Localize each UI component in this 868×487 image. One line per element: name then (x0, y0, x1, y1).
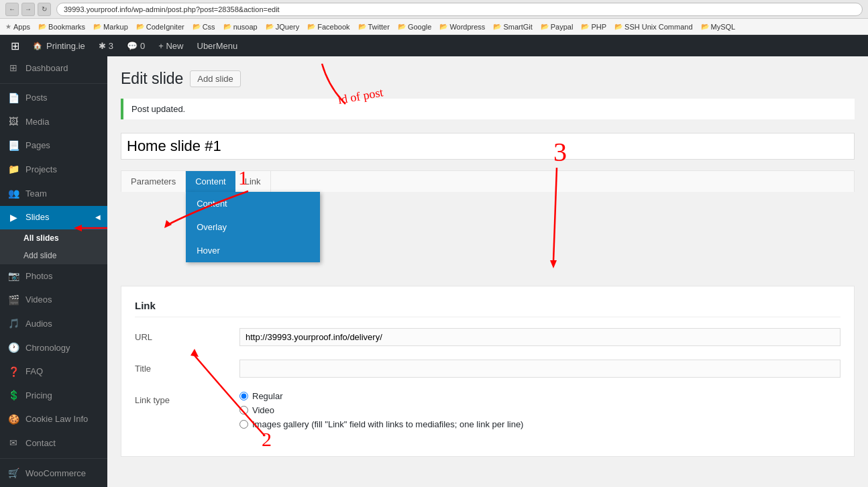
bookmark-nusoap[interactable]: 📂nusoap (223, 23, 258, 31)
radio-gallery-input[interactable] (239, 420, 248, 429)
bookmark-paypal[interactable]: 📂Paypal (541, 23, 574, 31)
sidebar-item-pricing[interactable]: 💲 Pricing (0, 384, 107, 408)
sidebar-label-audios: Audios (25, 318, 52, 330)
bookmark-css[interactable]: 📂Css (193, 23, 215, 31)
bookmark-codeigniter[interactable]: 📂CodeIgniter (136, 23, 184, 31)
sidebar-item-contact[interactable]: ✉ Contact (0, 431, 107, 455)
pricing-icon: 💲 (7, 389, 20, 402)
site-name-item[interactable]: 🏠 Printing.ie (28, 35, 91, 56)
audios-icon: 🎵 (7, 317, 20, 331)
comments-item[interactable]: ✱ 3 (93, 35, 119, 56)
bookmark-markup[interactable]: 📂Markup (93, 23, 128, 31)
sidebar-item-projects[interactable]: 📁 Projects (0, 158, 107, 182)
sidebar-label-videos: Videos (25, 294, 52, 306)
bookmark-php[interactable]: 📂PHP (581, 23, 606, 31)
bookmark-apps[interactable]: ★Apps (5, 23, 30, 31)
post-updated-notice: Post updated. (121, 99, 855, 119)
radio-regular[interactable]: Regular (239, 391, 840, 401)
radio-video-label: Video (252, 405, 274, 415)
tab-link[interactable]: Link (235, 171, 271, 192)
tab-parameters[interactable]: Parameters (121, 171, 186, 192)
sidebar: ⊞ Dashboard 📄 Posts 🖼 Media 📃 Pages (0, 56, 107, 487)
link-type-form-row: Link type Regular Video (135, 391, 840, 429)
bookmark-mysql[interactable]: 📂MySQL (701, 23, 736, 31)
ubermenu-item[interactable]: UberMenu (192, 35, 243, 56)
tab-content[interactable]: Content Content Overlay (186, 171, 235, 192)
link-type-control: Regular Video Images gallery (fill "Link… (239, 391, 840, 429)
sidebar-separator-2 (0, 458, 107, 459)
all-slides-label: All slides (23, 233, 59, 243)
photos-icon: 📷 (7, 270, 20, 283)
post-title-input[interactable] (121, 133, 855, 160)
dashboard-icon: ⊞ (7, 62, 20, 75)
add-slide-button[interactable]: Add slide (190, 70, 240, 87)
sidebar-item-photos[interactable]: 📷 Photos (0, 264, 107, 288)
browser-bar: ← → ↻ 39993.yourproof.info/wp-admin/post… (0, 0, 868, 19)
sidebar-item-dashboard[interactable]: ⊞ Dashboard (0, 56, 107, 80)
title-form-row: Title (135, 360, 840, 378)
bookmark-twitter[interactable]: 📂Twitter (358, 23, 390, 31)
bookmark-wordpress[interactable]: 📂Wordpress (439, 23, 485, 31)
sidebar-item-slides[interactable]: ▶ Slides ◀ (0, 206, 107, 230)
sidebar-item-audios[interactable]: 🎵 Audios (0, 312, 107, 336)
sidebar-item-media[interactable]: 🖼 Media (0, 110, 107, 134)
wp-logo-item[interactable]: ⊞ (5, 35, 25, 56)
refresh-button[interactable]: ↻ (38, 3, 51, 16)
bookmark-jquery[interactable]: 📂JQuery (266, 23, 299, 31)
url-label: URL (135, 328, 229, 342)
new-item[interactable]: + New (153, 35, 188, 56)
tab-parameters-label: Parameters (131, 176, 176, 186)
sidebar-item-woocommerce[interactable]: 🛒 WooCommerce (0, 462, 107, 486)
sidebar-item-videos[interactable]: 🎬 Videos (0, 288, 107, 313)
forward-button[interactable]: → (21, 3, 35, 16)
notice-text: Post updated. (131, 104, 185, 114)
projects-icon: 📁 (7, 163, 20, 176)
title-control (239, 360, 840, 378)
slides-icon: ▶ (7, 211, 20, 225)
bookmark-ssh[interactable]: 📂SSH Unix Command (614, 23, 692, 31)
sidebar-separator-1 (0, 83, 107, 84)
title-input[interactable] (239, 360, 840, 378)
wp-layout: ⊞ Dashboard 📄 Posts 🖼 Media 📃 Pages (0, 56, 868, 487)
sidebar-sub-add-slide[interactable]: Add slide (0, 247, 107, 264)
woo-icon: 🛒 (7, 467, 20, 480)
site-name-text: Printing.ie (46, 41, 85, 51)
bookmarks-bar: ★Apps 📂Bookmarks 📂Markup 📂CodeIgniter 📂C… (0, 19, 868, 35)
sidebar-item-cookie-law[interactable]: 🍪 Cookie Law Info (0, 408, 107, 432)
bookmark-google[interactable]: 📂Google (398, 23, 431, 31)
radio-video-input[interactable] (239, 406, 248, 415)
radio-images-gallery[interactable]: Images gallery (fill "Link" field with l… (239, 419, 840, 429)
tabs-nav: Parameters Content Content (121, 170, 855, 192)
dropdown-content-item[interactable]: Content (186, 192, 320, 215)
back-button[interactable]: ← (5, 3, 19, 16)
sidebar-item-team[interactable]: 👥 Team (0, 182, 107, 206)
sidebar-label-pages: Pages (25, 140, 50, 152)
url-form-row: URL (135, 328, 840, 346)
sidebar-item-faq[interactable]: ❓ FAQ (0, 360, 107, 384)
link-section-title: Link (135, 300, 840, 317)
radio-video[interactable]: Video (239, 405, 840, 415)
sidebar-item-pages[interactable]: 📃 Pages (0, 134, 107, 158)
bookmark-smartgit[interactable]: 📂SmartGit (493, 23, 532, 31)
sidebar-item-chronology[interactable]: 🕐 Chronology (0, 336, 107, 360)
sidebar-sub-all-slides[interactable]: All slides (0, 229, 107, 247)
posts-icon: 📄 (7, 92, 20, 105)
sidebar-item-posts[interactable]: 📄 Posts (0, 87, 107, 111)
bookmark-facebook[interactable]: 📂Facebook (307, 23, 349, 31)
radio-regular-input[interactable] (239, 392, 248, 400)
bookmark-bookmarks[interactable]: 📂Bookmarks (38, 23, 85, 31)
wp-admin-bar: ⊞ 🏠 Printing.ie ✱ 3 💬 0 + New UberMenu (0, 35, 868, 56)
page-title-area: Edit slide Add slide (121, 70, 855, 88)
url-input[interactable] (239, 328, 840, 346)
dropdown-hover-item[interactable]: Hover (186, 239, 320, 262)
comments-count: 3 (109, 41, 113, 51)
link-tab-content: Link URL Title (121, 286, 855, 457)
dropdown-overlay-item[interactable]: Overlay (186, 215, 320, 239)
messages-count: 0 (140, 41, 145, 51)
ubermenu-label: UberMenu (197, 41, 238, 51)
address-bar[interactable]: 39993.yourproof.info/wp-admin/post.php?p… (56, 3, 863, 16)
url-text: 39993.yourproof.info/wp-admin/post.php?p… (64, 5, 280, 13)
messages-item[interactable]: 💬 0 (121, 35, 150, 56)
sidebar-label-photos: Photos (25, 270, 52, 282)
faq-icon: ❓ (7, 366, 20, 379)
